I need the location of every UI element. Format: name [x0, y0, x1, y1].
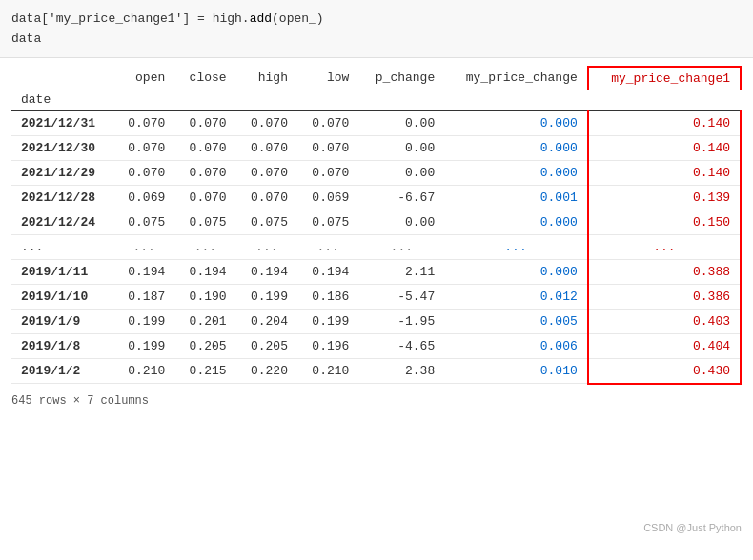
- cell-my_price_change1: 0.403: [588, 309, 741, 333]
- cell-close: 0.070: [174, 185, 235, 210]
- cell-p_change: 0.00: [358, 110, 444, 135]
- index-col-header: [11, 67, 113, 90]
- cell-high: 0.204: [236, 309, 297, 333]
- cell-date: 2019/1/9: [11, 309, 113, 333]
- cell-low: 0.199: [297, 309, 358, 333]
- code-args: (open_): [272, 11, 324, 26]
- cell-date: 2019/1/11: [11, 259, 113, 284]
- sub-header-row: date: [11, 90, 741, 110]
- table-body: 2021/12/310.0700.0700.0700.0700.000.0000…: [11, 110, 741, 384]
- cell-high: 0.070: [236, 110, 297, 135]
- code-block: data['my_price_change1'] = high.add(open…: [0, 0, 753, 58]
- cell-low: 0.196: [297, 333, 358, 358]
- cell-close: ...: [174, 234, 235, 259]
- col-header-my-price-change: my_price_change: [444, 67, 588, 90]
- col-header-my-price-change1: my_price_change1: [588, 67, 741, 90]
- cell-high: 0.199: [236, 284, 297, 309]
- col-header-p-change: p_change: [358, 67, 444, 90]
- cell-p_change: 2.11: [358, 259, 444, 284]
- cell-low: ...: [297, 234, 358, 259]
- cell-date: 2019/1/8: [11, 333, 113, 358]
- cell-close: 0.070: [174, 110, 235, 135]
- column-header-row: open close high low p_change my_price_ch…: [11, 67, 741, 90]
- cell-my_price_change: 0.012: [444, 284, 588, 309]
- cell-low: 0.075: [297, 210, 358, 234]
- table-row: 2019/1/80.1990.2050.2050.196-4.650.0060.…: [11, 333, 741, 358]
- cell-date: 2021/12/28: [11, 185, 113, 210]
- row-count-label: 645 rows × 7 columns: [11, 394, 149, 408]
- col-header-low: low: [297, 67, 358, 90]
- cell-date: ...: [11, 234, 113, 259]
- table-row: 2019/1/90.1990.2010.2040.199-1.950.0050.…: [11, 309, 741, 333]
- cell-date: 2021/12/31: [11, 110, 113, 135]
- col-header-open: open: [113, 67, 174, 90]
- code-func: add: [250, 11, 272, 26]
- cell-open: 0.210: [113, 358, 174, 384]
- cell-my_price_change: ...: [444, 234, 588, 259]
- table-row: 2021/12/280.0690.0700.0700.069-6.670.001…: [11, 185, 741, 210]
- cell-open: 0.070: [113, 160, 174, 185]
- cell-my_price_change1: 0.140: [588, 110, 741, 135]
- cell-my_price_change: 0.000: [444, 110, 588, 135]
- cell-high: 0.070: [236, 185, 297, 210]
- cell-open: 0.199: [113, 309, 174, 333]
- cell-open: 0.075: [113, 210, 174, 234]
- cell-open: 0.070: [113, 110, 174, 135]
- cell-my_price_change: 0.001: [444, 185, 588, 210]
- cell-p_change: -5.47: [358, 284, 444, 309]
- cell-my_price_change: 0.000: [444, 135, 588, 160]
- cell-my_price_change1: ...: [588, 234, 741, 259]
- cell-date: 2021/12/29: [11, 160, 113, 185]
- cell-p_change: -4.65: [358, 333, 444, 358]
- cell-close: 0.215: [174, 358, 235, 384]
- cell-low: 0.194: [297, 259, 358, 284]
- code-line-2: data: [11, 30, 742, 50]
- table-row: 2019/1/100.1870.1900.1990.186-5.470.0120…: [11, 284, 741, 309]
- cell-date: 2019/1/10: [11, 284, 113, 309]
- cell-open: 0.069: [113, 185, 174, 210]
- cell-open: 0.187: [113, 284, 174, 309]
- cell-close: 0.194: [174, 259, 235, 284]
- cell-open: 0.070: [113, 135, 174, 160]
- cell-date: 2021/12/30: [11, 135, 113, 160]
- cell-high: 0.070: [236, 135, 297, 160]
- watermark: CSDN @Just Python: [643, 522, 742, 533]
- data-table: open close high low p_change my_price_ch…: [11, 66, 742, 385]
- cell-my_price_change: 0.006: [444, 333, 588, 358]
- cell-p_change: ...: [358, 234, 444, 259]
- cell-date: 2019/1/2: [11, 358, 113, 384]
- cell-close: 0.070: [174, 160, 235, 185]
- cell-my_price_change: 0.005: [444, 309, 588, 333]
- cell-open: 0.194: [113, 259, 174, 284]
- cell-my_price_change: 0.000: [444, 210, 588, 234]
- cell-high: 0.194: [236, 259, 297, 284]
- cell-my_price_change1: 0.430: [588, 358, 741, 384]
- table-row: 2019/1/110.1940.1940.1940.1942.110.0000.…: [11, 259, 741, 284]
- cell-p_change: 0.00: [358, 135, 444, 160]
- cell-my_price_change: 0.000: [444, 160, 588, 185]
- cell-high: 0.220: [236, 358, 297, 384]
- cell-my_price_change1: 0.140: [588, 160, 741, 185]
- cell-low: 0.186: [297, 284, 358, 309]
- table-row: 2021/12/240.0750.0750.0750.0750.000.0000…: [11, 210, 741, 234]
- cell-date: 2021/12/24: [11, 210, 113, 234]
- cell-high: 0.075: [236, 210, 297, 234]
- table-row: ........................: [11, 234, 741, 259]
- cell-my_price_change: 0.010: [444, 358, 588, 384]
- cell-close: 0.201: [174, 309, 235, 333]
- footer: 645 rows × 7 columns: [0, 389, 753, 413]
- cell-my_price_change1: 0.404: [588, 333, 741, 358]
- cell-my_price_change: 0.000: [444, 259, 588, 284]
- cell-p_change: 2.38: [358, 358, 444, 384]
- date-label: date: [11, 90, 741, 110]
- cell-my_price_change1: 0.139: [588, 185, 741, 210]
- code-line-1: data['my_price_change1'] = high.add(open…: [11, 10, 742, 30]
- cell-close: 0.205: [174, 333, 235, 358]
- cell-my_price_change1: 0.386: [588, 284, 741, 309]
- table-row: 2021/12/290.0700.0700.0700.0700.000.0000…: [11, 160, 741, 185]
- code-assignment: data['my_price_change1'] = high.: [11, 11, 250, 26]
- cell-high: ...: [236, 234, 297, 259]
- cell-low: 0.210: [297, 358, 358, 384]
- cell-low: 0.070: [297, 135, 358, 160]
- cell-p_change: 0.00: [358, 160, 444, 185]
